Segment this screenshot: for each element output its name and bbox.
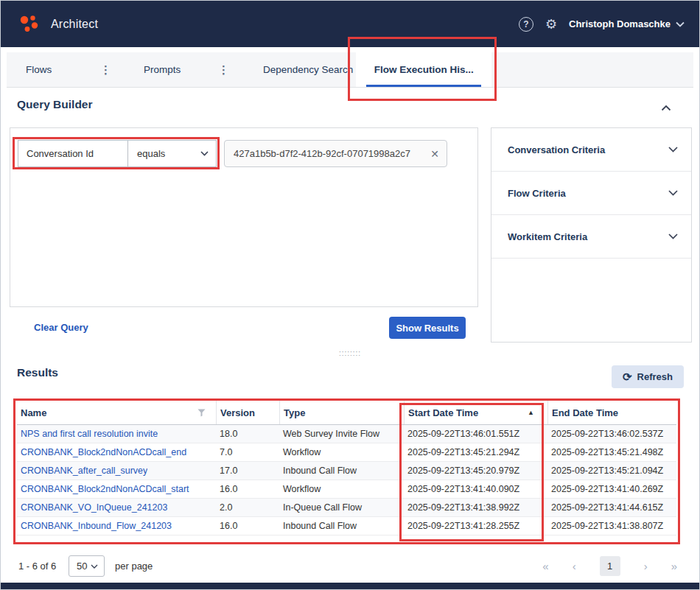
end-date-cell: 2025-09-22T13:41:44.615Z	[547, 499, 676, 516]
settings-gear-icon[interactable]: ⚙	[545, 18, 557, 31]
per-page-label: per page	[115, 561, 153, 572]
sort-ascending-icon: ▲	[528, 409, 534, 416]
architect-window: Architect ? ⚙ Christoph Domaschke Flows …	[0, 0, 700, 590]
start-date-cell: 2025-09-22T13:41:40.090Z	[404, 480, 547, 498]
help-icon[interactable]: ?	[519, 17, 533, 32]
filter-icon[interactable]	[197, 409, 206, 417]
refresh-button[interactable]: ⟳ Refresh	[612, 365, 684, 388]
version-cell: 18.0	[216, 425, 279, 443]
tab-prompts-label: Prompts	[144, 64, 181, 75]
prev-page-button[interactable]: ‹	[573, 560, 576, 572]
version-cell: 17.0	[216, 462, 279, 480]
table-row: CRONBANK_Block2ndNonACDcall_end 7.0 Work…	[17, 443, 676, 462]
end-date-cell: 2025-09-22T13:45:21.094Z	[547, 462, 676, 480]
results-table: Name Version Type Start Date Time ▲ End …	[17, 401, 676, 535]
splitter-handle[interactable]: ::::::::	[1, 348, 699, 359]
criteria-conversation-label: Conversation Criteria	[508, 144, 605, 155]
flow-name-link[interactable]: NPS and first call resolution invite	[21, 429, 158, 439]
tab-dependency-search-label: Dependency Search	[263, 64, 353, 75]
version-cell: 7.0	[216, 443, 279, 461]
table-row: CRONBANK_Inbound_Flow_241203 16.0 Inboun…	[17, 517, 676, 535]
genesys-logo-icon	[18, 13, 41, 35]
current-page-button[interactable]: 1	[600, 556, 620, 576]
flow-name-link[interactable]: CRONBANK_Inbound_Flow_241203	[21, 521, 172, 531]
start-date-cell: 2025-09-22T13:45:21.294Z	[404, 443, 547, 461]
version-cell: 16.0	[216, 480, 279, 498]
table-row: CRONBANK_Block2ndNonACDcall_start 16.0 W…	[17, 480, 676, 499]
start-date-cell: 2025-09-22T13:41:38.992Z	[404, 499, 547, 516]
column-header-start-date[interactable]: Start Date Time ▲	[404, 401, 547, 424]
app-title: Architect	[51, 18, 98, 31]
column-header-name[interactable]: Name	[17, 401, 216, 424]
type-cell: In-Queue Call Flow	[279, 499, 404, 516]
end-date-cell: 2025-09-22T13:41:40.269Z	[547, 480, 676, 498]
query-builder-title: Query Builder	[17, 98, 93, 111]
bottom-edge-bar	[1, 583, 699, 589]
condition-operator-select[interactable]: equals	[127, 140, 217, 167]
splitter-dots-icon: ::::::::	[339, 350, 361, 357]
condition-field-selector[interactable]: Conversation Id	[18, 140, 128, 167]
start-date-cell: 2025-09-22T13:46:01.551Z	[404, 425, 547, 443]
table-row: CRONBANK_VO_InQueue_241203 2.0 In-Queue …	[17, 499, 676, 517]
column-header-version[interactable]: Version	[216, 401, 279, 424]
version-cell: 16.0	[216, 517, 279, 535]
collapse-section-button[interactable]	[661, 105, 671, 111]
end-date-cell: 2025-09-22T13:46:02.537Z	[547, 425, 676, 443]
tab-flows[interactable]: Flows ⋮	[7, 52, 125, 87]
topbar-right: ? ⚙ Christoph Domaschke	[519, 17, 685, 32]
show-results-button[interactable]: Show Results	[389, 317, 466, 339]
condition-value-input[interactable]	[225, 148, 423, 159]
end-date-cell: 2025-09-22T13:41:38.807Z	[547, 517, 676, 535]
page-size-select[interactable]: 50	[69, 555, 105, 577]
flow-name-link[interactable]: CRONBANK_VO_InQueue_241203	[21, 502, 167, 513]
end-date-cell: 2025-09-22T13:45:21.498Z	[547, 443, 676, 461]
start-date-cell: 2025-09-22T13:41:28.255Z	[404, 517, 547, 535]
first-page-button[interactable]: «	[542, 560, 548, 572]
column-header-end-date[interactable]: End Date Time	[547, 401, 676, 424]
type-cell: Inbound Call Flow	[279, 462, 404, 480]
criteria-workitem[interactable]: Workitem Criteria	[491, 215, 691, 259]
condition-value-wrapper: ✕	[224, 140, 447, 167]
type-cell: Workflow	[279, 443, 404, 461]
type-cell: Workflow	[279, 480, 404, 498]
page-size-value: 50	[77, 561, 87, 572]
column-header-type[interactable]: Type	[279, 401, 404, 424]
refresh-icon: ⟳	[623, 370, 632, 384]
criteria-conversation[interactable]: Conversation Criteria	[491, 128, 691, 172]
next-page-button[interactable]: ›	[644, 560, 648, 572]
criteria-workitem-label: Workitem Criteria	[508, 231, 587, 242]
version-cell: 2.0	[216, 499, 279, 516]
refresh-label: Refresh	[637, 371, 673, 382]
chevron-down-icon	[668, 190, 678, 196]
start-date-cell: 2025-09-22T13:45:20.979Z	[404, 462, 547, 480]
last-page-button[interactable]: »	[671, 560, 677, 572]
type-cell: Inbound Call Flow	[279, 517, 404, 535]
top-bar: Architect ? ⚙ Christoph Domaschke	[1, 1, 699, 47]
tab-prompts[interactable]: Prompts ⋮	[125, 52, 242, 87]
chevron-up-icon	[661, 105, 671, 111]
criteria-flow[interactable]: Flow Criteria	[491, 172, 691, 215]
flow-name-link[interactable]: CRONBANK_Block2ndNonACDcall_start	[21, 484, 189, 494]
flow-name-link[interactable]: CRONBANK_after_call_survey	[21, 466, 147, 476]
table-row: CRONBANK_after_call_survey 17.0 Inbound …	[17, 462, 676, 480]
kebab-menu-icon[interactable]: ⋮	[215, 63, 232, 77]
tab-flow-execution-history[interactable]: Flow Execution His...	[356, 52, 491, 87]
user-name: Christoph Domaschke	[569, 18, 671, 29]
tab-flow-execution-history-label: Flow Execution His...	[374, 64, 474, 75]
results-title: Results	[17, 366, 58, 379]
clear-query-link[interactable]: Clear Query	[34, 322, 88, 333]
chevron-down-icon	[668, 147, 678, 152]
clear-value-icon[interactable]: ✕	[423, 148, 447, 160]
kebab-menu-icon[interactable]: ⋮	[97, 63, 114, 77]
tab-bar: Flows ⋮ Prompts ⋮ Dependency Search Flow…	[7, 52, 693, 88]
flow-name-link[interactable]: CRONBANK_Block2ndNonACDcall_end	[21, 447, 186, 457]
tab-flows-label: Flows	[26, 64, 52, 75]
table-header-row: Name Version Type Start Date Time ▲ End …	[17, 401, 676, 425]
pagination-range-text: 1 - 6 of 6	[18, 561, 56, 572]
pagination-nav: « ‹ 1 › »	[542, 556, 677, 576]
criteria-flow-label: Flow Criteria	[508, 188, 566, 199]
chevron-down-icon	[200, 151, 209, 156]
tab-dependency-search[interactable]: Dependency Search	[242, 52, 356, 87]
user-menu[interactable]: Christoph Domaschke	[569, 18, 685, 29]
criteria-panel: Conversation Criteria Flow Criteria Work…	[491, 127, 692, 343]
